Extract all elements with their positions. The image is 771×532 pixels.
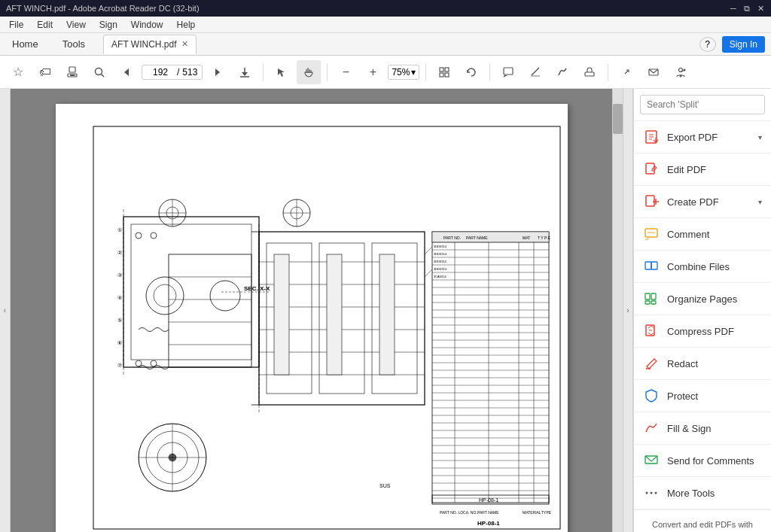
nav-tab-home[interactable]: Home	[0, 33, 50, 56]
tab-right-controls: ? Sign In	[699, 36, 771, 53]
comment-label: Comment	[667, 229, 762, 240]
zoom-out-magnify-button[interactable]	[87, 60, 111, 84]
toolbar-separator-4	[489, 63, 490, 81]
menu-edit[interactable]: Edit	[31, 18, 59, 32]
create-pdf-label: Create PDF	[667, 196, 751, 208]
pdf-page: DAIDEN CO., LTD. FUKUOKA JAPAN DWG. HC. …	[56, 104, 568, 532]
svg-rect-163	[645, 262, 651, 269]
stamp-button[interactable]	[577, 60, 602, 84]
svg-rect-167	[651, 293, 656, 299]
svg-rect-168	[645, 301, 650, 304]
menu-help[interactable]: Help	[171, 18, 202, 32]
minimize-button[interactable]: ─	[729, 4, 738, 13]
zoom-plus-button[interactable]: +	[361, 60, 385, 84]
menu-window[interactable]: Window	[125, 18, 169, 32]
svg-text:3CA0314: 3CA0314	[434, 275, 446, 278]
nav-tabs: Home Tools	[0, 33, 97, 56]
hand-tool-button[interactable]	[297, 60, 321, 84]
svg-point-3	[75, 74, 75, 75]
highlight-button[interactable]	[523, 60, 547, 84]
svg-text:TYPE: TYPE	[541, 510, 552, 515]
compress-pdf-tool[interactable]: Compress PDF	[634, 315, 771, 348]
svg-text:PART NAME: PART NAME	[477, 510, 499, 515]
search-input[interactable]	[640, 95, 765, 114]
more-tools-tool[interactable]: More Tools	[634, 477, 771, 509]
menu-sign[interactable]: Sign	[93, 18, 123, 32]
svg-point-174	[646, 492, 648, 494]
print-button[interactable]	[60, 60, 84, 84]
next-page-button[interactable]	[206, 60, 230, 84]
svg-rect-138	[327, 254, 342, 375]
protect-icon	[643, 388, 660, 404]
share-button[interactable]	[669, 60, 693, 84]
send-comments-tool[interactable]: Send for Comments	[634, 445, 771, 477]
pdf-diagram: DAIDEN CO., LTD. FUKUOKA JAPAN DWG. HC. …	[56, 104, 568, 532]
left-panel-collapse[interactable]: ‹	[0, 89, 11, 532]
signin-button[interactable]: Sign In	[722, 36, 765, 53]
right-panel-collapse[interactable]: ›	[623, 89, 633, 532]
close-button[interactable]: ✕	[756, 4, 765, 13]
zoom-selector[interactable]: 75% ▾	[388, 65, 419, 80]
fill-sign-tool[interactable]: Fill & Sign	[634, 412, 771, 445]
menu-view[interactable]: View	[60, 18, 92, 32]
toolbar: ☆ 🏷 / 513 − + 75% ▾	[0, 56, 771, 89]
link-button[interactable]	[614, 60, 638, 84]
protect-label: Protect	[667, 391, 762, 402]
rotate-button[interactable]	[459, 60, 483, 84]
svg-text:MAT: MAT	[523, 236, 530, 240]
combine-files-icon	[643, 258, 660, 275]
redact-icon	[643, 355, 660, 372]
compress-pdf-label: Compress PDF	[667, 326, 762, 337]
svg-text:MATERIAL: MATERIAL	[523, 510, 541, 515]
export-pdf-tool[interactable]: Export PDF ▾	[634, 121, 771, 154]
nav-tab-tools[interactable]: Tools	[50, 33, 97, 56]
organize-pages-label: Organize Pages	[667, 293, 762, 305]
svg-marker-9	[242, 72, 248, 76]
tag-button[interactable]: 🏷	[33, 60, 57, 84]
comment-icon-tool	[643, 226, 660, 242]
download-button[interactable]	[233, 60, 257, 84]
svg-text:⑥: ⑥	[117, 340, 122, 345]
svg-rect-169	[651, 301, 656, 304]
svg-text:⑦: ⑦	[117, 363, 122, 368]
page-total: 513	[182, 67, 197, 78]
email-button[interactable]	[641, 60, 666, 84]
page-number-input[interactable]	[147, 67, 174, 78]
vertical-scrollbar[interactable]	[612, 89, 623, 532]
protect-tool[interactable]: Protect	[634, 380, 771, 412]
edit-pdf-label: Edit PDF	[667, 164, 762, 175]
comment-tool-button[interactable]	[496, 60, 520, 84]
redact-tool[interactable]: Redact	[634, 348, 771, 380]
edit-pdf-tool[interactable]: Edit PDF	[634, 154, 771, 186]
sign-tool-button[interactable]	[550, 60, 574, 84]
svg-rect-139	[379, 254, 395, 375]
bookmark-button[interactable]: ☆	[6, 60, 30, 84]
svg-text:3DD0314: 3DD0314	[434, 252, 447, 256]
svg-marker-7	[215, 68, 220, 76]
svg-text:PART NAME: PART NAME	[466, 236, 488, 240]
scroll-thumb[interactable]	[613, 104, 623, 134]
svg-rect-164	[651, 262, 657, 269]
organize-pages-tool[interactable]: Organize Pages	[634, 283, 771, 315]
help-button[interactable]: ?	[699, 37, 716, 52]
menu-file[interactable]: File	[3, 18, 29, 32]
svg-rect-15	[445, 73, 449, 77]
compress-pdf-icon	[643, 323, 660, 339]
pdf-viewer[interactable]: DAIDEN CO., LTD. FUKUOKA JAPAN DWG. HC. …	[11, 89, 612, 532]
select-tool-button[interactable]	[270, 60, 294, 84]
create-pdf-tool[interactable]: Create PDF ▾	[634, 186, 771, 218]
restore-button[interactable]: ⧉	[742, 4, 751, 13]
svg-text:①: ①	[117, 227, 122, 233]
tab-close-icon[interactable]: ✕	[181, 39, 188, 49]
tab-aft-winch[interactable]: AFT WINCH.pdf ✕	[103, 35, 196, 54]
search-box	[634, 89, 771, 121]
comment-tool[interactable]: Comment	[634, 218, 771, 251]
prev-page-button[interactable]	[114, 60, 139, 84]
combine-files-tool[interactable]: Combine Files	[634, 251, 771, 283]
window-controls: ─ ⧉ ✕	[729, 4, 765, 13]
zoom-minus-button[interactable]: −	[334, 60, 358, 84]
fit-page-button[interactable]	[432, 60, 456, 84]
svg-text:⑤: ⑤	[117, 318, 122, 323]
svg-rect-166	[645, 293, 650, 299]
svg-rect-18	[531, 75, 540, 77]
